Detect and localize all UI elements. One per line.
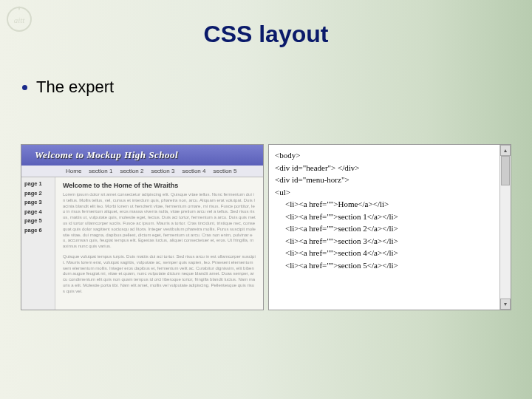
- scroll-track[interactable]: [500, 156, 511, 299]
- nav-item: section 2: [120, 168, 143, 174]
- bullet-item: The expert: [22, 78, 532, 97]
- scroll-up-button[interactable]: ▴: [500, 145, 511, 156]
- side-item: page 1: [24, 180, 52, 188]
- nav-item: Home: [66, 168, 81, 174]
- code-line: <div id="menu-horz">: [275, 174, 494, 186]
- scroll-thumb[interactable]: [501, 156, 510, 185]
- code-line: <li><a href="">section 5</a></li>: [275, 259, 494, 272]
- side-item: page 2: [24, 190, 52, 198]
- code-line: <li><a href="">section 2</a></li>: [275, 222, 494, 235]
- logo-watermark: aitt: [4, 3, 34, 33]
- code-preview-panel: <body> <div id="header"> </div> <div id=…: [268, 144, 511, 310]
- mock-banner-text: Welcome to Mockup High School: [35, 149, 178, 161]
- code-line: <li><a href="">section 3</a></li>: [275, 235, 494, 248]
- code-line: <li><a href="">section 1</a></li>: [275, 211, 494, 223]
- nav-item: section 4: [182, 168, 205, 174]
- nav-item: section 3: [151, 168, 174, 174]
- mock-sidebar: page 1 page 2 page 3 page 4 page 5 page …: [21, 177, 55, 310]
- code-line: <li><a href="">Home</a></li>: [275, 198, 494, 211]
- side-item: page 5: [24, 217, 52, 225]
- code-line: <ul>: [275, 186, 494, 199]
- mock-main-content: Welcome to the Home of the Wraiths Lorem…: [55, 177, 263, 310]
- mock-horizontal-nav: Home section 1 section 2 section 3 secti…: [21, 166, 263, 177]
- code-line: <li><a href="">section 4</a></li>: [275, 247, 494, 259]
- side-item: page 3: [24, 199, 52, 207]
- bullet-dot-icon: [22, 85, 27, 90]
- mock-paragraph: Quisque volutpat tempus turpis. Duis mat…: [63, 254, 256, 295]
- vertical-scrollbar[interactable]: ▴ ▾: [499, 145, 511, 310]
- nav-item: section 5: [213, 168, 236, 174]
- mock-body: page 1 page 2 page 3 page 4 page 5 page …: [21, 177, 263, 310]
- code-line: <body>: [275, 149, 494, 162]
- mock-heading: Welcome to the Home of the Wraiths: [63, 182, 256, 189]
- slide-title: CSS layout: [0, 0, 532, 48]
- side-item: page 6: [24, 227, 52, 235]
- scroll-down-button[interactable]: ▾: [500, 299, 511, 310]
- nav-item: section 1: [89, 168, 112, 174]
- rendered-page-preview: Welcome to Mockup High School Home secti…: [21, 144, 264, 310]
- side-item: page 4: [24, 208, 52, 216]
- mock-header: Welcome to Mockup High School: [21, 145, 263, 166]
- bullet-text: The expert: [36, 78, 114, 97]
- svg-text:aitt: aitt: [14, 16, 26, 24]
- content-panels: Welcome to Mockup High School Home secti…: [21, 144, 511, 310]
- code-line: <div id="header"> </div>: [275, 162, 494, 174]
- mock-paragraph: Lorem ipsum dolor sit amet consectetur a…: [63, 192, 256, 250]
- code-area: <body> <div id="header"> </div> <div id=…: [269, 145, 499, 310]
